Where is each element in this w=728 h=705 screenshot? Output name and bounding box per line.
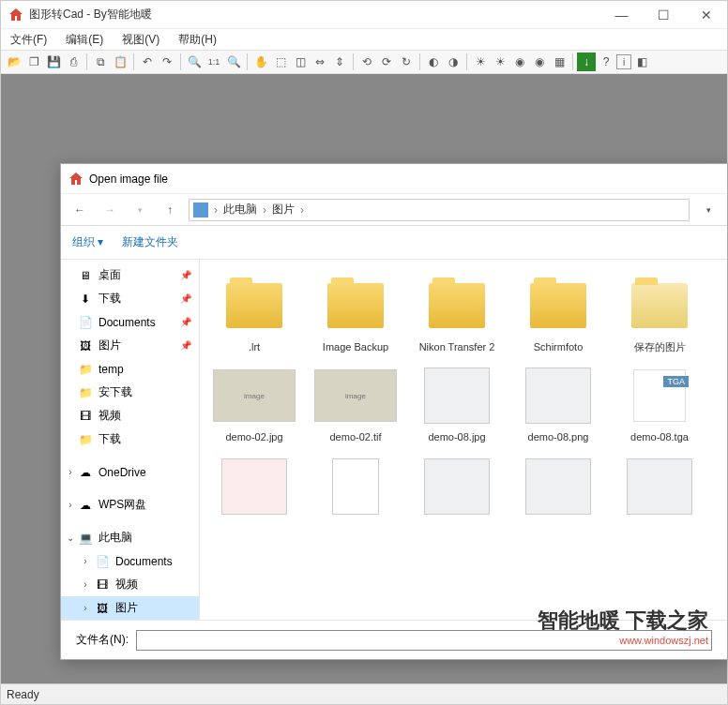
- file-thumb: TGA: [617, 365, 702, 427]
- adjust-3-icon[interactable]: ◉: [510, 52, 529, 71]
- copy-icon[interactable]: ⧉: [91, 52, 110, 71]
- file-thumb: [516, 456, 600, 518]
- new-folder-button[interactable]: 新建文件夹: [122, 234, 178, 250]
- separator: [180, 53, 181, 70]
- menu-file[interactable]: 文件(F): [7, 30, 51, 50]
- undo-icon[interactable]: ↶: [138, 52, 157, 71]
- organize-button[interactable]: 组织 ▾: [72, 234, 103, 250]
- sidebar-item[interactable]: 📁安下载: [61, 381, 199, 404]
- sidebar-item[interactable]: 🖥桌面📌: [61, 263, 199, 287]
- help-icon[interactable]: ?: [597, 52, 615, 71]
- expand-icon[interactable]: ›: [80, 603, 91, 613]
- folder-icon: 📁: [78, 362, 93, 377]
- separator: [353, 53, 354, 70]
- sidebar-item[interactable]: ⬇下载📌: [61, 287, 199, 310]
- breadcrumb-sep: ›: [300, 203, 304, 217]
- file-thumb: [617, 275, 702, 337]
- file-thumb: [516, 365, 600, 427]
- dialog-toolbar: 组织 ▾ 新建文件夹: [61, 226, 727, 260]
- pin-icon: 📌: [180, 340, 191, 351]
- unknown-icon[interactable]: ◧: [632, 52, 651, 71]
- menubar: 文件(F) 编辑(E) 视图(V) 帮助(H): [1, 29, 727, 50]
- brightness-icon[interactable]: ◑: [444, 52, 463, 71]
- file-item[interactable]: [511, 452, 605, 525]
- file-item[interactable]: [207, 452, 301, 525]
- sidebar-item[interactable]: ›🎞视频: [61, 573, 199, 596]
- file-item[interactable]: Schirmfoto: [511, 271, 605, 357]
- sidebar-item[interactable]: 🖼图片📌: [61, 334, 199, 357]
- go-icon[interactable]: ↓: [577, 52, 596, 71]
- pan-icon[interactable]: ✋: [251, 52, 270, 71]
- maximize-button[interactable]: ☐: [643, 1, 685, 29]
- nav-up-button[interactable]: ↑: [159, 199, 181, 221]
- expand-icon[interactable]: ›: [65, 467, 76, 477]
- sidebar-item[interactable]: ⌄💻此电脑: [61, 526, 199, 549]
- expand-icon[interactable]: ›: [65, 500, 76, 510]
- contrast-icon[interactable]: ◐: [424, 52, 443, 71]
- breadcrumb-item[interactable]: 此电脑: [223, 202, 257, 218]
- sidebar-item[interactable]: ›☁WPS网盘: [61, 493, 199, 517]
- save-icon[interactable]: 💾: [44, 52, 63, 71]
- sidebar-item[interactable]: ›🖼图片: [61, 596, 199, 620]
- expand-icon[interactable]: ›: [80, 579, 91, 590]
- adjust-4-icon[interactable]: ◉: [530, 52, 549, 71]
- sidebar-item[interactable]: 🎞视频: [61, 404, 199, 428]
- file-item[interactable]: imagedemo-02.tif: [309, 361, 402, 447]
- nav-forward-button[interactable]: →: [99, 199, 121, 221]
- pics-icon: 🖼: [95, 601, 110, 616]
- expand-icon[interactable]: ⌄: [65, 532, 76, 543]
- adjust-5-icon[interactable]: ▦: [550, 52, 569, 71]
- file-item[interactable]: imagedemo-02.jpg: [207, 361, 301, 447]
- file-item[interactable]: demo-08.jpg: [410, 361, 504, 447]
- minimize-button[interactable]: —: [600, 1, 643, 29]
- menu-help[interactable]: 帮助(H): [174, 30, 220, 50]
- rotate-right-icon[interactable]: ⟳: [377, 52, 396, 71]
- breadcrumb[interactable]: › 此电脑 › 图片 ›: [189, 199, 690, 221]
- breadcrumb-sep: ›: [263, 203, 266, 217]
- file-item[interactable]: .lrt: [207, 271, 301, 357]
- sidebar-item[interactable]: ›☁OneDrive: [61, 460, 199, 484]
- rotate-free-icon[interactable]: ↻: [397, 52, 416, 71]
- file-item[interactable]: Image Backup: [309, 271, 402, 357]
- breadcrumb-item[interactable]: 图片: [272, 202, 295, 218]
- paste-icon[interactable]: 📋: [111, 52, 129, 71]
- select-icon[interactable]: ⬚: [271, 52, 290, 71]
- rotate-left-icon[interactable]: ⟲: [357, 52, 376, 71]
- nav-dropdown-button[interactable]: ▾: [129, 199, 151, 221]
- file-label: demo-08.png: [528, 430, 589, 443]
- sidebar: 🖥桌面📌⬇下载📌📄Documents📌🖼图片📌📁temp📁安下载🎞视频📁下载›☁…: [61, 260, 200, 620]
- open-file-dialog: Open image file ← → ▾ ↑ › 此电脑 › 图片 › ▾ 组…: [60, 163, 728, 660]
- info-icon[interactable]: i: [616, 54, 631, 69]
- crop-icon[interactable]: ◫: [291, 52, 310, 71]
- open-icon[interactable]: 📂: [5, 52, 23, 71]
- sidebar-item[interactable]: 📁temp: [61, 357, 199, 381]
- adjust-2-icon[interactable]: ☀: [491, 52, 509, 71]
- file-thumb: [617, 456, 702, 518]
- file-item[interactable]: [410, 452, 504, 525]
- zoom-out-icon[interactable]: 🔍: [224, 52, 243, 71]
- file-item[interactable]: 保存的图片: [613, 271, 706, 357]
- window-buttons: — ☐ ✕: [600, 1, 727, 29]
- menu-view[interactable]: 视图(V): [118, 30, 163, 50]
- menu-edit[interactable]: 编辑(E): [62, 30, 107, 50]
- flip-v-icon[interactable]: ⇕: [330, 52, 349, 71]
- breadcrumb-dropdown[interactable]: ▾: [697, 199, 720, 221]
- file-item[interactable]: demo-08.png: [511, 361, 605, 447]
- print-icon[interactable]: ⎙: [64, 52, 83, 71]
- adjust-1-icon[interactable]: ☀: [471, 52, 490, 71]
- zoom-actual-icon[interactable]: 1:1: [205, 52, 223, 71]
- flip-h-icon[interactable]: ⇔: [311, 52, 329, 71]
- redo-icon[interactable]: ↷: [158, 52, 176, 71]
- sidebar-item[interactable]: ›📄Documents: [61, 549, 199, 573]
- file-item[interactable]: [613, 452, 706, 525]
- nav-back-button[interactable]: ←: [68, 199, 91, 221]
- window-icon[interactable]: ❐: [24, 52, 43, 71]
- sidebar-item[interactable]: 📁下载: [61, 428, 199, 451]
- zoom-in-icon[interactable]: 🔍: [185, 52, 204, 71]
- file-item[interactable]: [309, 452, 402, 525]
- sidebar-item[interactable]: 📄Documents📌: [61, 310, 199, 334]
- expand-icon[interactable]: ›: [80, 556, 91, 566]
- file-item[interactable]: Nikon Transfer 2: [410, 271, 504, 357]
- file-item[interactable]: TGAdemo-08.tga: [613, 361, 706, 447]
- close-button[interactable]: ✕: [685, 1, 727, 29]
